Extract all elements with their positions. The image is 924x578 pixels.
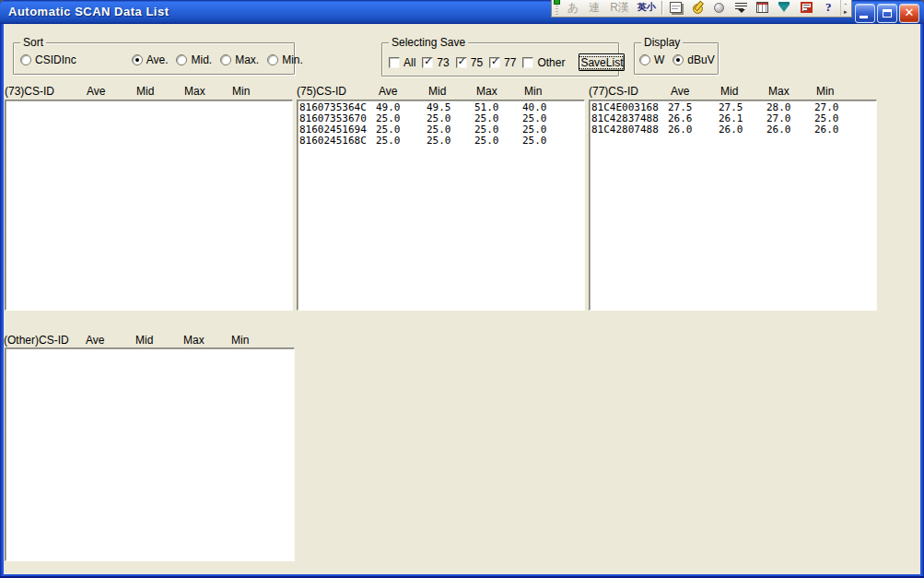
checkbox-77[interactable]: ✓77 (489, 56, 516, 69)
value-cell: 26.0 (766, 124, 791, 136)
ime-list-arrow-icon[interactable] (731, 0, 752, 16)
column-header: Mid (136, 85, 154, 98)
listbox-77[interactable]: 81C4E00316827.527.528.027.081C4283748826… (589, 100, 877, 311)
close-icon: ✕ (900, 6, 918, 19)
column-header: Max (183, 334, 205, 347)
radio-icon (220, 54, 231, 65)
radio-ave[interactable]: Ave. (132, 53, 169, 66)
radio-w[interactable]: W (639, 53, 664, 66)
ime-more-button[interactable]: - ▸ (840, 0, 850, 16)
column-header: Mid (428, 85, 446, 98)
radio-icon (639, 54, 650, 65)
column-header: Ave (86, 334, 104, 347)
radio-min[interactable]: Min. (267, 53, 303, 66)
minimize-button[interactable] (855, 4, 875, 23)
checkbox-73[interactable]: ✓73 (422, 56, 449, 69)
column-header: Min (816, 85, 834, 98)
sort-options: CSIDIncAve.Mid.Max.Min. (20, 53, 292, 66)
column-header: Min (232, 85, 250, 98)
radio-label: Min. (282, 53, 303, 66)
radio-max[interactable]: Max. (220, 53, 259, 66)
checkbox-all[interactable]: All (389, 56, 415, 69)
title-bar[interactable]: Automatic SCAN Data List あ 連 R漢 英小 ? - ▸ (0, 0, 924, 24)
listbox-75[interactable]: 8160735364C49.049.551.040.08160735367025… (297, 100, 585, 311)
ime-mode-english[interactable]: 英小 (635, 1, 659, 14)
minimize-icon (860, 16, 868, 18)
client-area: Sort CSIDIncAve.Mid.Max.Min. Selecting S… (4, 24, 920, 574)
close-button[interactable]: ✕ (899, 4, 919, 23)
radio-mid[interactable]: Mid. (176, 53, 212, 66)
tools-icon (692, 2, 703, 13)
ime-help-button[interactable]: ? (818, 0, 839, 16)
column-header: Max (768, 85, 789, 98)
radio-icon (176, 54, 187, 65)
value-cell: 25.0 (474, 136, 499, 147)
table-row[interactable]: 81C4280748826.026.026.026.0 (590, 124, 876, 136)
checkbox-label: 73 (437, 56, 449, 69)
column-header: Ave (87, 85, 105, 98)
display-group-title: Display (641, 36, 683, 49)
column-header: (Other)CS-ID (4, 334, 69, 347)
list-header-73: (73)CS-IDAveMidMaxMin (5, 85, 293, 99)
cs-id-cell: 8160245168C (299, 136, 367, 147)
radio-label: Mid. (191, 53, 212, 66)
radio-label: W (654, 53, 664, 66)
app-window: Automatic SCAN Data List あ 連 R漢 英小 ? - ▸ (0, 0, 924, 578)
ime-funnel-icon[interactable] (774, 0, 795, 16)
checkbox-icon: ✓ (456, 57, 467, 68)
funnel-icon (778, 2, 791, 13)
ime-calculator-icon[interactable] (753, 0, 774, 16)
calculator-icon (756, 2, 768, 13)
maximize-button[interactable] (877, 4, 897, 23)
table-row[interactable]: 8160245168C25.025.025.025.0 (298, 136, 584, 147)
column-header: Max (476, 85, 497, 98)
value-cell: 25.0 (376, 136, 401, 147)
list-header-77: (77)CS-IDAveMidMaxMin (589, 85, 877, 99)
listbox-other[interactable] (5, 348, 295, 561)
chevron-right-icon: ▸ (844, 9, 848, 15)
ime-toolbar: あ 連 R漢 英小 ? - ▸ (551, 0, 852, 18)
listbox-73[interactable] (5, 100, 293, 311)
column-header: Ave (671, 85, 689, 98)
help-icon: ? (825, 0, 832, 15)
ime-separator (661, 1, 662, 15)
sort-groupbox: Sort CSIDIncAve.Mid.Max.Min. (13, 42, 295, 75)
radio-label: Ave. (146, 53, 169, 66)
column-header: Mid (135, 334, 153, 347)
ime-grid-icon[interactable] (796, 0, 817, 16)
radio-label: Max. (235, 53, 259, 66)
ime-tools-icon[interactable] (686, 0, 708, 16)
column-header: Mid (720, 85, 738, 98)
sort-group-title: Sort (20, 36, 46, 49)
selecting-save-groupbox: Selecting Save All✓73✓75✓77Other SaveLis… (381, 42, 619, 77)
value-cell: 26.0 (814, 124, 839, 136)
checkbox-label: 75 (471, 56, 483, 69)
ime-grip-handle[interactable] (553, 0, 560, 15)
column-header: (75)CS-ID (297, 85, 346, 98)
checkbox-label: 77 (504, 56, 516, 69)
column-header: (73)CS-ID (5, 85, 54, 98)
ball-icon (714, 3, 724, 13)
window-title: Automatic SCAN Data List (8, 5, 170, 18)
value-cell: 26.0 (719, 124, 743, 136)
radio-icon (267, 54, 278, 65)
ime-mode-roman-kanji[interactable]: R漢 (605, 0, 634, 16)
radio-dbuv[interactable]: dBuV (673, 53, 714, 66)
selecting-save-options: All✓73✓75✓77Other SaveList (389, 53, 616, 71)
radio-icon (20, 54, 31, 65)
ime-mode-hiragana[interactable]: あ (563, 0, 583, 16)
ime-ball-icon[interactable] (708, 0, 730, 16)
radio-label: dBuV (687, 53, 714, 66)
radio-icon (132, 54, 143, 65)
ime-pad-icon[interactable] (665, 0, 686, 16)
cs-id-cell: 81C42807488 (591, 124, 659, 136)
checkbox-75[interactable]: ✓75 (456, 56, 483, 69)
ime-mode-renbun[interactable]: 連 (584, 0, 604, 16)
display-groupbox: Display WdBuV (634, 42, 719, 75)
save-list-button[interactable]: SaveList (579, 53, 625, 71)
checkbox-other[interactable]: Other (522, 56, 565, 69)
radio-csidinc[interactable]: CSIDInc (20, 53, 76, 66)
radio-icon (673, 54, 684, 65)
column-header: Min (231, 334, 249, 347)
value-cell: 25.0 (522, 136, 547, 147)
